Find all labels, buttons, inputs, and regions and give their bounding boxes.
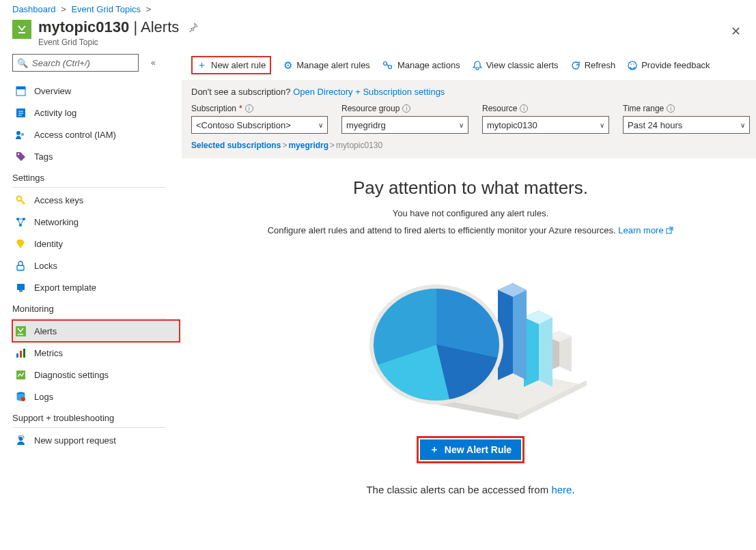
logs-icon [15,391,26,402]
subscription-label: Subscription * i [191,104,328,113]
chevron-down-icon: ∨ [459,121,464,129]
gear-icon: ⚙ [283,59,292,72]
plus-icon: ＋ [430,444,439,456]
sidebar-item-metrics[interactable]: Metrics [12,342,180,364]
feedback-button[interactable]: Provide feedback [628,60,710,70]
svg-point-5 [21,133,24,136]
tags-icon [15,151,26,162]
empty-line2: Configure alert rules and attend to fire… [238,225,703,235]
bell-icon [473,61,482,70]
sidebar-item-export-template[interactable]: Export template [12,276,180,298]
classic-alerts-footer: The classic alerts can be accessed from … [238,484,703,495]
new-alert-rule-cta-highlight: ＋ New Alert Rule [417,436,524,463]
svg-point-26 [633,63,634,65]
svg-rect-2 [16,87,25,89]
sidebar-item-alerts[interactable]: Alerts [12,320,180,342]
sidebar-item-tags[interactable]: Tags [12,145,180,167]
info-icon[interactable]: i [245,104,253,113]
networking-icon [15,216,26,227]
search-icon: 🔍 [17,58,28,68]
learn-more-link[interactable]: Learn more [618,225,673,235]
open-directory-link[interactable]: Open Directory + Subscription settings [293,87,445,97]
metrics-icon [15,347,26,358]
svg-rect-11 [17,265,24,270]
search-input[interactable]: 🔍 Search (Ctrl+/) [12,54,139,72]
sidebar-item-activity-log[interactable]: Activity log [12,102,180,124]
resource-group-label: Resource group i [341,104,468,113]
timerange-label: Time range i [623,104,750,113]
manage-alert-rules-button[interactable]: ⚙ Manage alert rules [283,59,370,72]
sidebar-item-networking[interactable]: Networking [12,211,180,233]
resource-icon [12,20,31,39]
scope-breadcrumb: Selected subscriptions>myegridrg>mytopic… [191,141,750,150]
new-alert-rule-cta[interactable]: ＋ New Alert Rule [420,439,521,460]
sidebar-item-iam[interactable]: Access control (IAM) [12,124,180,145]
key-icon [15,194,26,205]
empty-state: Pay attention to what matters. You have … [238,177,703,495]
scope-subscriptions-link[interactable]: Selected subscriptions [191,141,281,150]
timerange-select[interactable]: Past 24 hours∨ [623,116,750,134]
empty-line1: You have not configured any alert rules. [238,208,703,218]
view-classic-alerts-button[interactable]: View classic alerts [473,60,559,70]
nav-section-settings: Settings [12,167,176,187]
support-icon [15,435,26,446]
activity-icon [15,107,26,118]
diagnostic-icon [15,369,26,380]
overview-icon [15,85,26,96]
actions-icon [382,61,393,70]
sidebar-item-locks[interactable]: Locks [12,255,180,276]
svg-rect-13 [19,290,23,292]
plus-icon: ＋ [197,59,207,72]
toolbar: ＋ New alert rule ⚙ Manage alert rules Ma… [182,54,756,80]
info-icon[interactable]: i [402,104,410,113]
info-icon[interactable]: i [667,104,675,113]
breadcrumb: Dashboard > Event Grid Topics > [0,0,756,16]
nav-section-support: Support + troubleshooting [12,407,176,427]
svg-point-22 [383,61,387,65]
sidebar-item-access-keys[interactable]: Access keys [12,189,180,211]
svg-rect-16 [20,351,22,358]
page-header: mytopic0130 | Alerts Event Grid Topic ✕ [0,16,756,54]
page-subtitle: Event Grid Topic [38,38,179,47]
breadcrumb-dashboard[interactable]: Dashboard [12,4,56,14]
svg-point-21 [18,437,23,441]
new-alert-rule-button[interactable]: ＋ New alert rule [191,56,271,74]
iam-icon [15,129,26,140]
svg-rect-12 [17,284,25,290]
refresh-icon [571,61,580,70]
pin-icon[interactable] [188,23,198,32]
chevron-down-icon: ∨ [318,121,323,129]
subscription-select[interactable]: <Contoso Subscription>∨ [191,116,328,134]
svg-point-6 [17,153,18,154]
svg-point-4 [16,131,20,135]
chevron-down-icon: ∨ [740,121,745,129]
chevron-down-icon: ∨ [600,121,604,129]
svg-point-23 [388,65,391,68]
collapse-sidebar-icon[interactable]: « [151,58,156,68]
resource-group-select[interactable]: myegridrg∨ [341,116,468,134]
sidebar-item-diagnostic[interactable]: Diagnostic settings [12,364,180,386]
filter-notice: Don't see a subscription? Open Directory… [191,87,750,97]
svg-point-20 [21,397,25,401]
classic-here-link[interactable]: here [551,484,572,495]
lock-icon [15,260,26,271]
empty-heading: Pay attention to what matters. [238,177,703,199]
identity-icon [15,238,26,249]
scope-rg-link[interactable]: myegridrg [288,141,328,150]
svg-marker-38 [513,283,527,380]
sidebar-item-logs[interactable]: Logs [12,386,180,407]
smile-icon [628,61,637,70]
resource-select[interactable]: mytopic0130∨ [482,116,609,134]
chevron-right-icon: > [61,4,66,14]
sidebar-item-support-request[interactable]: New support request [12,429,180,451]
sidebar-item-overview[interactable]: Overview [12,80,180,102]
manage-actions-button[interactable]: Manage actions [382,60,460,70]
info-icon[interactable]: i [520,104,528,113]
close-icon[interactable]: ✕ [728,21,744,42]
nav-section-monitoring: Monitoring [12,298,176,318]
refresh-button[interactable]: Refresh [571,60,616,70]
breadcrumb-topics[interactable]: Event Grid Topics [71,4,141,14]
sidebar-item-identity[interactable]: Identity [12,233,180,255]
svg-rect-17 [23,349,25,358]
resource-label: Resource i [482,104,609,113]
